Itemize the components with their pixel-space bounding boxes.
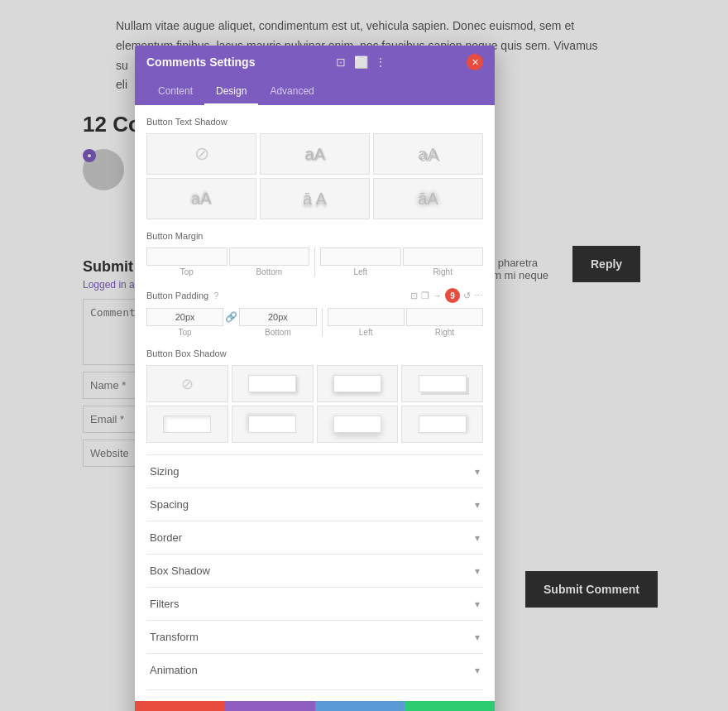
text-shadow-grid: ⊘ aA aA aA ā A āA [146,133,483,219]
shadow-text-5: āA [418,190,438,209]
tab-design[interactable]: Design [204,79,258,105]
accordion-transform-header[interactable]: Transform ▾ [146,621,483,653]
box-shadow-cell-1[interactable] [232,365,314,402]
shadow-text-1: aA [304,145,324,164]
accordion-sections: Sizing ▾ Spacing ▾ Border ▾ Box Shadow [146,454,483,686]
accordion-animation-chevron: ▾ [475,665,480,676]
padding-inputs-row: Top 🔗 Bottom Left Right [146,308,483,337]
accordion-filters: Filters ▾ [146,587,483,620]
accordion-animation-title: Animation [150,664,198,676]
button-box-shadow-label: Button Box Shadow [146,348,483,358]
modal-header-icons: ⊡ ⬜ ⋮ [334,55,387,69]
shadow-cell-1[interactable]: aA [260,133,370,175]
tab-advanced[interactable]: Advanced [258,79,325,105]
margin-right-cell: Right [403,247,484,276]
padding-icons: ⊡ ❐ → 9 ↺ ⋯ [410,288,483,303]
padding-more-icon[interactable]: ⋯ [474,291,483,301]
button-text-shadow-section: Button Text Shadow ⊘ aA aA aA ā A [146,117,483,219]
shadow-none-cell[interactable]: ⊘ [146,133,256,175]
box-inner-5 [248,416,296,434]
accordion-filters-header[interactable]: Filters ▾ [146,588,483,620]
accordion-animation: Animation ▾ [146,653,483,686]
shadow-cell-4[interactable]: ā A [260,178,370,219]
margin-right-input[interactable] [403,247,484,266]
modal-body: Button Text Shadow ⊘ aA aA aA ā A [135,105,495,701]
accordion-sizing-title: Sizing [150,465,179,478]
box-inner-4 [163,416,211,434]
padding-right-input[interactable] [406,308,483,326]
shadow-text-4: ā A [303,190,327,209]
button-text-shadow-label: Button Text Shadow [146,117,483,127]
padding-bottom-cell: Bottom [239,308,316,337]
padding-help-icon[interactable]: ? [213,291,218,300]
padding-top-label: Top [179,328,192,337]
cancel-button[interactable]: ✕ [135,701,225,711]
shadow-cell-5[interactable]: āA [373,178,483,219]
margin-left-input[interactable] [320,247,401,266]
button-margin-label: Button Margin [146,231,483,241]
margin-bottom-input[interactable] [229,247,310,266]
box-shadow-none[interactable]: ⊘ [146,365,228,402]
help-row: ● Help [146,689,483,701]
box-inner-3 [419,375,467,393]
save-button[interactable]: ✓ [405,701,495,711]
padding-left-label: Left [359,328,373,337]
padding-right-cell: Right [406,308,483,337]
margin-top-cell: Top [146,247,228,276]
more-icon[interactable]: ⋮ [374,55,387,69]
accordion-border-title: Border [150,531,182,544]
padding-copy-icon[interactable]: ❐ [421,291,429,301]
box-shadow-cell-2[interactable] [317,365,399,402]
margin-top-input[interactable] [146,247,228,266]
padding-left-cell: Left [328,308,405,337]
accordion-sizing-chevron: ▾ [475,466,480,478]
box-shadow-cell-7[interactable] [401,406,483,443]
accordion-spacing-chevron: ▾ [475,499,480,511]
no-shadow-icon: ⊘ [194,143,209,165]
padding-top-cell: Top [146,308,223,337]
margin-right-label: Right [433,267,453,276]
margin-divider [314,247,315,276]
accordion-border: Border ▾ [146,521,483,554]
accordion-box-shadow-header[interactable]: Box Shadow ▾ [146,555,483,587]
padding-link-icon[interactable]: ⊡ [410,291,418,301]
shadow-text-3: aA [191,190,211,209]
box-shadow-cell-5[interactable] [232,406,314,443]
box-shadow-cell-6[interactable] [317,406,399,443]
box-inner-1 [248,375,296,393]
box-shadow-cell-3[interactable] [401,365,483,402]
margin-bottom-label: Bottom [256,267,282,276]
accordion-sizing: Sizing ▾ [146,454,483,488]
expand-icon[interactable]: ⊡ [334,55,347,69]
padding-link-btn[interactable]: 🔗 [225,308,237,337]
padding-reset-icon[interactable]: ↺ [463,291,471,301]
accordion-box-shadow-chevron: ▾ [475,565,480,577]
window-icon[interactable]: ⬜ [354,55,367,69]
box-shadow-cell-4[interactable] [146,406,228,443]
accordion-animation-header[interactable]: Animation ▾ [146,654,483,686]
button-padding-label: Button Padding [146,291,208,300]
modal-title: Comments Settings [146,55,255,69]
padding-left-input[interactable] [328,308,405,326]
undo-button[interactable]: ↺ [225,701,315,711]
accordion-spacing-header[interactable]: Spacing ▾ [146,488,483,521]
padding-top-input[interactable] [146,308,223,326]
padding-header: Button Padding ? ⊡ ❐ → 9 ↺ ⋯ [146,288,483,303]
shadow-cell-3[interactable]: aA [146,178,256,219]
accordion-sizing-header[interactable]: Sizing ▾ [146,455,483,488]
accordion-spacing: Spacing ▾ [146,488,483,521]
accordion-transform: Transform ▾ [146,620,483,653]
box-shadow-grid: ⊘ [146,365,483,443]
accordion-border-header[interactable]: Border ▾ [146,521,483,554]
modal-close-button[interactable]: ✕ [467,54,483,70]
accordion-box-shadow-title: Box Shadow [150,564,210,577]
padding-right-label: Right [435,328,454,337]
accordion-filters-chevron: ▾ [475,598,480,610]
shadow-cell-2[interactable]: aA [373,133,483,175]
tab-content[interactable]: Content [146,79,204,105]
redo-button[interactable]: ↻ [315,701,405,711]
button-box-shadow-section: Button Box Shadow ⊘ [146,348,483,443]
padding-bottom-label: Bottom [265,328,291,337]
padding-bottom-input[interactable] [239,308,316,326]
padding-arrow-icon[interactable]: → [433,291,442,300]
